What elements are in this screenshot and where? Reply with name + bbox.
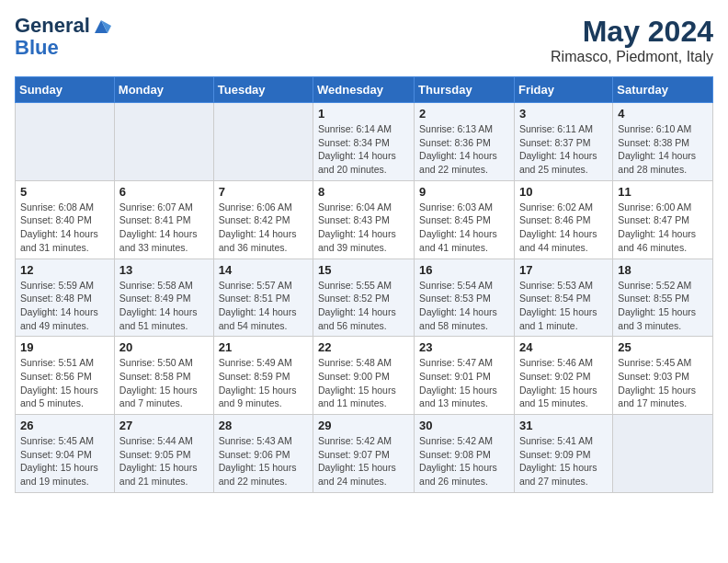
- day-info: Sunrise: 5:46 AM Sunset: 9:02 PM Dayligh…: [519, 356, 608, 410]
- title-block: May 2024 Rimasco, Piedmont, Italy: [551, 15, 713, 65]
- calendar-cell: 20Sunrise: 5:50 AM Sunset: 8:58 PM Dayli…: [114, 337, 213, 415]
- calendar-cell: 26Sunrise: 5:45 AM Sunset: 9:04 PM Dayli…: [16, 415, 115, 493]
- calendar-header-friday: Friday: [514, 77, 612, 103]
- day-info: Sunrise: 5:42 AM Sunset: 9:07 PM Dayligh…: [318, 434, 409, 488]
- day-number: 12: [20, 263, 109, 277]
- day-number: 4: [618, 107, 708, 121]
- day-info: Sunrise: 6:03 AM Sunset: 8:45 PM Dayligh…: [419, 201, 509, 255]
- day-number: 15: [318, 263, 409, 277]
- day-info: Sunrise: 6:08 AM Sunset: 8:40 PM Dayligh…: [20, 201, 109, 255]
- calendar-table: SundayMondayTuesdayWednesdayThursdayFrid…: [15, 76, 713, 493]
- day-number: 30: [419, 419, 509, 432]
- calendar-cell: 18Sunrise: 5:52 AM Sunset: 8:55 PM Dayli…: [613, 259, 713, 337]
- day-info: Sunrise: 5:52 AM Sunset: 8:55 PM Dayligh…: [618, 279, 708, 333]
- day-info: Sunrise: 5:45 AM Sunset: 9:03 PM Dayligh…: [618, 356, 708, 410]
- day-number: 7: [219, 185, 308, 199]
- calendar-header-wednesday: Wednesday: [313, 77, 415, 103]
- day-info: Sunrise: 6:02 AM Sunset: 8:46 PM Dayligh…: [519, 201, 608, 255]
- day-number: 6: [119, 185, 209, 199]
- day-number: 14: [219, 263, 308, 277]
- day-info: Sunrise: 6:11 AM Sunset: 8:37 PM Dayligh…: [519, 122, 608, 177]
- calendar-cell: 14Sunrise: 5:57 AM Sunset: 8:51 PM Dayli…: [213, 259, 313, 337]
- calendar-cell: 24Sunrise: 5:46 AM Sunset: 9:02 PM Dayli…: [514, 337, 612, 415]
- day-number: 26: [20, 419, 109, 432]
- day-number: 29: [318, 419, 409, 432]
- day-info: Sunrise: 6:10 AM Sunset: 8:38 PM Dayligh…: [618, 122, 708, 177]
- calendar-cell: 29Sunrise: 5:42 AM Sunset: 9:07 PM Dayli…: [313, 415, 415, 493]
- calendar-cell: 3Sunrise: 6:11 AM Sunset: 8:37 PM Daylig…: [514, 103, 612, 181]
- calendar-cell: 12Sunrise: 5:59 AM Sunset: 8:48 PM Dayli…: [16, 259, 115, 337]
- day-info: Sunrise: 5:43 AM Sunset: 9:06 PM Dayligh…: [219, 434, 308, 488]
- calendar-cell: [114, 103, 213, 181]
- day-info: Sunrise: 5:48 AM Sunset: 9:00 PM Dayligh…: [318, 356, 409, 410]
- calendar-cell: 28Sunrise: 5:43 AM Sunset: 9:06 PM Dayli…: [213, 415, 313, 493]
- day-number: 22: [318, 340, 409, 354]
- day-number: 16: [419, 263, 509, 277]
- calendar-week-row: 19Sunrise: 5:51 AM Sunset: 8:56 PM Dayli…: [16, 337, 713, 415]
- day-info: Sunrise: 5:55 AM Sunset: 8:52 PM Dayligh…: [318, 279, 409, 333]
- calendar-header-tuesday: Tuesday: [213, 77, 313, 103]
- calendar-cell: 10Sunrise: 6:02 AM Sunset: 8:46 PM Dayli…: [514, 180, 612, 259]
- day-info: Sunrise: 5:44 AM Sunset: 9:05 PM Dayligh…: [119, 434, 209, 488]
- calendar-cell: 31Sunrise: 5:41 AM Sunset: 9:09 PM Dayli…: [514, 415, 612, 493]
- calendar-week-row: 26Sunrise: 5:45 AM Sunset: 9:04 PM Dayli…: [16, 415, 713, 493]
- day-info: Sunrise: 6:07 AM Sunset: 8:41 PM Dayligh…: [119, 201, 209, 255]
- calendar-cell: 22Sunrise: 5:48 AM Sunset: 9:00 PM Dayli…: [313, 337, 415, 415]
- day-info: Sunrise: 6:06 AM Sunset: 8:42 PM Dayligh…: [219, 201, 308, 255]
- day-number: 19: [20, 340, 109, 354]
- logo-blue: Blue: [15, 37, 111, 59]
- day-info: Sunrise: 5:59 AM Sunset: 8:48 PM Dayligh…: [20, 279, 109, 333]
- calendar-header-saturday: Saturday: [613, 77, 713, 103]
- day-info: Sunrise: 5:41 AM Sunset: 9:09 PM Dayligh…: [519, 434, 608, 488]
- day-info: Sunrise: 5:45 AM Sunset: 9:04 PM Dayligh…: [20, 434, 109, 488]
- calendar-cell: 21Sunrise: 5:49 AM Sunset: 8:59 PM Dayli…: [213, 337, 313, 415]
- day-number: 1: [318, 107, 409, 121]
- day-number: 23: [419, 340, 509, 354]
- day-info: Sunrise: 5:54 AM Sunset: 8:53 PM Dayligh…: [419, 279, 509, 333]
- calendar-cell: 7Sunrise: 6:06 AM Sunset: 8:42 PM Daylig…: [213, 180, 313, 259]
- day-number: 24: [519, 340, 608, 354]
- day-number: 9: [419, 185, 509, 199]
- calendar-header-thursday: Thursday: [415, 77, 515, 103]
- calendar-week-row: 1Sunrise: 6:14 AM Sunset: 8:34 PM Daylig…: [16, 103, 713, 181]
- logo: General Blue: [15, 15, 111, 59]
- day-number: 31: [519, 419, 608, 432]
- day-number: 13: [119, 263, 209, 277]
- main-title: May 2024: [551, 15, 713, 49]
- calendar-cell: 6Sunrise: 6:07 AM Sunset: 8:41 PM Daylig…: [114, 180, 213, 259]
- day-info: Sunrise: 6:14 AM Sunset: 8:34 PM Dayligh…: [318, 122, 409, 177]
- calendar-cell: 9Sunrise: 6:03 AM Sunset: 8:45 PM Daylig…: [415, 180, 515, 259]
- day-number: 2: [419, 107, 509, 121]
- calendar-cell: 8Sunrise: 6:04 AM Sunset: 8:43 PM Daylig…: [313, 180, 415, 259]
- calendar-week-row: 5Sunrise: 6:08 AM Sunset: 8:40 PM Daylig…: [16, 180, 713, 259]
- day-info: Sunrise: 5:49 AM Sunset: 8:59 PM Dayligh…: [219, 356, 308, 410]
- day-number: 21: [219, 340, 308, 354]
- calendar-cell: 1Sunrise: 6:14 AM Sunset: 8:34 PM Daylig…: [313, 103, 415, 181]
- calendar-header-row: SundayMondayTuesdayWednesdayThursdayFrid…: [16, 77, 713, 103]
- day-info: Sunrise: 5:47 AM Sunset: 9:01 PM Dayligh…: [419, 356, 509, 410]
- calendar-cell: 15Sunrise: 5:55 AM Sunset: 8:52 PM Dayli…: [313, 259, 415, 337]
- calendar-cell: 2Sunrise: 6:13 AM Sunset: 8:36 PM Daylig…: [415, 103, 515, 181]
- logo-text: General: [15, 15, 111, 37]
- day-number: 8: [318, 185, 409, 199]
- calendar-cell: 27Sunrise: 5:44 AM Sunset: 9:05 PM Dayli…: [114, 415, 213, 493]
- day-number: 5: [20, 185, 109, 199]
- calendar-cell: [213, 103, 313, 181]
- subtitle: Rimasco, Piedmont, Italy: [551, 49, 713, 65]
- day-number: 25: [618, 340, 708, 354]
- day-number: 17: [519, 263, 608, 277]
- day-number: 20: [119, 340, 209, 354]
- day-number: 3: [519, 107, 608, 121]
- calendar-cell: 17Sunrise: 5:53 AM Sunset: 8:54 PM Dayli…: [514, 259, 612, 337]
- calendar-header-sunday: Sunday: [16, 77, 115, 103]
- day-info: Sunrise: 6:13 AM Sunset: 8:36 PM Dayligh…: [419, 122, 509, 177]
- day-number: 28: [219, 419, 308, 432]
- day-info: Sunrise: 6:00 AM Sunset: 8:47 PM Dayligh…: [618, 201, 708, 255]
- calendar-cell: 11Sunrise: 6:00 AM Sunset: 8:47 PM Dayli…: [613, 180, 713, 259]
- calendar-cell: 25Sunrise: 5:45 AM Sunset: 9:03 PM Dayli…: [613, 337, 713, 415]
- calendar-cell: 13Sunrise: 5:58 AM Sunset: 8:49 PM Dayli…: [114, 259, 213, 337]
- day-number: 18: [618, 263, 708, 277]
- calendar-cell: 19Sunrise: 5:51 AM Sunset: 8:56 PM Dayli…: [16, 337, 115, 415]
- calendar-cell: 5Sunrise: 6:08 AM Sunset: 8:40 PM Daylig…: [16, 180, 115, 259]
- calendar-cell: [16, 103, 115, 181]
